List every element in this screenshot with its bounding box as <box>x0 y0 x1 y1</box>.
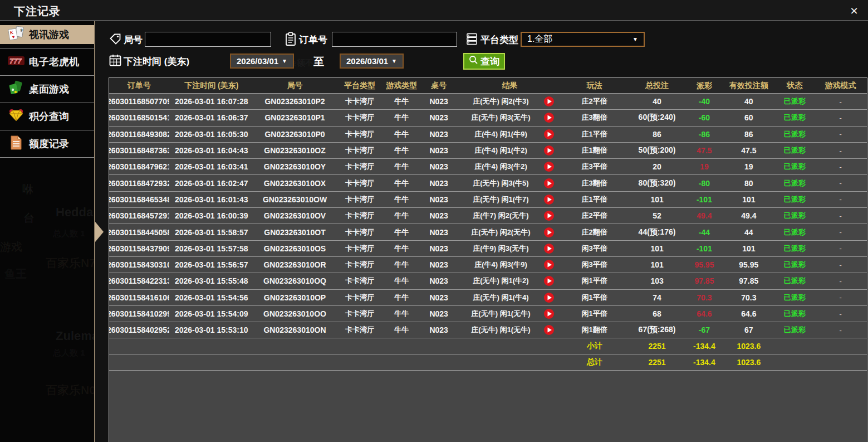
cell-play-type: 庄1翻倍 <box>561 143 628 158</box>
cell-status: 已派彩 <box>775 127 814 142</box>
header-game-type: 游戏类型 <box>384 78 419 93</box>
replay-button[interactable] <box>543 145 561 156</box>
replay-button[interactable] <box>543 112 561 123</box>
cell-table-no: N023 <box>419 143 458 158</box>
result-text: 庄(无牛) 闲1(无牛) <box>458 309 543 319</box>
cell-platform: 卡卡湾厅 <box>336 110 384 125</box>
replay-button[interactable] <box>543 259 561 270</box>
cell-game-mode: - <box>814 159 867 174</box>
cell-game-mode: - <box>814 192 867 207</box>
search-button[interactable]: 查询 <box>463 53 505 70</box>
sidebar-item-credit-records[interactable]: 额度记录 <box>0 130 95 158</box>
background-bleedthrough-text: Hedda <box>56 205 93 220</box>
cell-result: 庄(无牛) 闲3(无牛) <box>458 110 561 125</box>
replay-button[interactable] <box>543 161 561 172</box>
cell-bet-time: 2026-03-01 15:54:09 <box>169 306 254 322</box>
cell-valid-bet: 97.85 <box>722 273 775 289</box>
cell-status: 已派彩 <box>775 290 814 305</box>
chevron-down-icon: ▼ <box>282 58 287 64</box>
replay-button[interactable] <box>543 210 561 221</box>
cell-bet-time: 2026-03-01 16:04:43 <box>169 143 254 158</box>
platform-type-select[interactable]: 1.全部 ▼ <box>521 32 645 47</box>
cell-valid-bet: 64.6 <box>722 306 775 322</box>
replay-button[interactable] <box>543 324 561 336</box>
date-from-picker[interactable]: 2026/03/01 ▼ <box>230 54 294 69</box>
cell-result: 庄(无牛) 闲2(牛3) <box>458 94 561 109</box>
header-game-mode: 游戏模式 <box>814 78 867 93</box>
cell-game-type: 牛牛 <box>384 306 419 322</box>
bet-time-label: 下注时间 (美东) <box>124 55 189 68</box>
cell-platform: 卡卡湾厅 <box>336 306 384 322</box>
result-text: 庄(无牛) 闲2(无牛) <box>458 227 543 237</box>
cell-play-type: 庄1平倍 <box>561 192 628 207</box>
cell-status: 已派彩 <box>775 241 814 256</box>
cell-play-type: 庄3翻倍 <box>561 175 628 191</box>
cell-payout: -44 <box>686 224 722 240</box>
replay-button[interactable] <box>543 96 561 107</box>
cell-payout: 97.85 <box>686 273 722 289</box>
cell-payout: 47.5 <box>686 143 722 158</box>
replay-button[interactable] <box>543 178 561 189</box>
bet-records-window: 下注记录 ✕ 9 K♥ 视讯游戏 777 <box>0 0 868 442</box>
replay-button[interactable] <box>543 129 561 140</box>
total-payout: -134.4 <box>686 354 722 370</box>
cell-bet-time: 2026-03-01 16:03:41 <box>169 159 254 174</box>
sidebar-item-slots[interactable]: 777 电子老虎机 <box>0 48 95 76</box>
order-no-input[interactable] <box>332 32 457 47</box>
cell-round-no: GN023263010P0 <box>254 127 336 142</box>
cell-payout: -80 <box>686 175 722 191</box>
cell-total-bet: 80(预:320) <box>628 175 686 191</box>
cell-total-bet: 101 <box>628 257 686 273</box>
cell-play-type: 庄2平倍 <box>561 94 628 109</box>
replay-button[interactable] <box>543 292 561 303</box>
cell-platform: 卡卡湾厅 <box>336 175 384 191</box>
cell-round-no: GN023263010OR <box>254 257 336 273</box>
cell-result: 庄(无牛) 闲1(无牛) <box>458 322 561 338</box>
search-icon <box>469 55 478 67</box>
replay-button[interactable] <box>543 275 561 286</box>
date-to-picker[interactable]: 2026/03/01 ▼ <box>340 54 404 69</box>
replay-button[interactable] <box>543 194 561 205</box>
replay-button[interactable] <box>543 243 561 254</box>
sidebar-item-live-casino[interactable]: 9 K♥ 视讯游戏 <box>0 21 95 48</box>
background-bleedthrough-text: 总人数 1 <box>53 229 85 239</box>
cell-result: 庄(无牛) 闲1(无牛) <box>458 306 561 322</box>
cell-result: 庄(无牛) 闲2(无牛) <box>458 224 561 240</box>
sidebar-item-label: 额度记录 <box>29 137 69 150</box>
cell-valid-bet: 86 <box>722 127 775 142</box>
cell-order-no: 260301168479621 <box>109 159 169 174</box>
result-text: 庄(牛9) 闲3(无牛) <box>458 244 543 254</box>
cell-total-bet: 20 <box>628 159 686 174</box>
tag-icon <box>109 32 122 46</box>
replay-button[interactable] <box>543 308 561 319</box>
replay-button[interactable] <box>543 227 561 238</box>
cell-game-mode: - <box>814 175 867 191</box>
result-text: 庄(无牛) 闲1(牛4) <box>458 293 543 303</box>
sidebar-item-label: 桌面游戏 <box>29 82 69 96</box>
table-row: 2603011684930822026-03-01 16:05:30GN0232… <box>109 127 867 143</box>
sidebar-item-table-games[interactable]: 桌面游戏 <box>0 76 95 103</box>
spacer <box>109 354 561 370</box>
cell-play-type: 庄3翻倍 <box>561 110 628 125</box>
cell-bet-time: 2026-03-01 16:01:43 <box>169 192 254 207</box>
cell-game-type: 牛牛 <box>384 322 419 338</box>
result-text: 庄(牛7) 闲2(无牛) <box>458 211 543 221</box>
cell-table-no: N023 <box>419 192 458 207</box>
round-no-input[interactable] <box>145 32 271 47</box>
cell-payout: 95.95 <box>686 257 722 273</box>
close-icon[interactable]: ✕ <box>847 4 861 18</box>
search-button-label: 查询 <box>480 55 499 68</box>
cell-order-no: 260301158445058 <box>109 224 169 240</box>
cell-payout: 70.3 <box>686 290 722 305</box>
cell-payout: 49.4 <box>686 208 722 224</box>
subtotal-valid_bet: 1023.6 <box>722 338 775 354</box>
sidebar-item-points-query[interactable]: 积分查询 <box>0 103 95 130</box>
cell-table-no: N023 <box>419 241 458 256</box>
playing-cards-icon: 9 K♥ <box>7 26 26 43</box>
cell-game-type: 牛牛 <box>384 127 419 142</box>
cell-status: 已派彩 <box>775 306 814 322</box>
cell-order-no: 260301158437909 <box>109 241 169 256</box>
platform-type-icon <box>465 32 479 46</box>
cell-status: 已派彩 <box>775 110 814 125</box>
cell-total-bet: 103 <box>628 273 686 289</box>
